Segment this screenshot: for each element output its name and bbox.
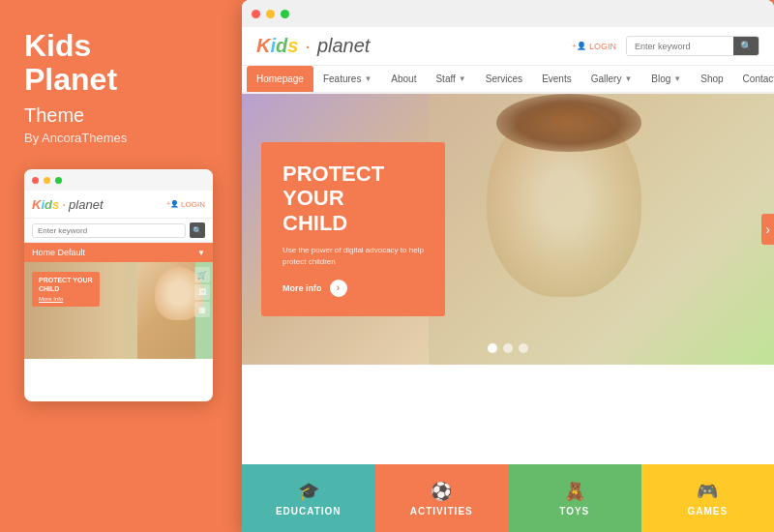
nav-item-staff[interactable]: Staff ▼: [426, 66, 475, 92]
nav-staff-arrow-icon: ▼: [459, 74, 466, 83]
games-icon: 🎮: [697, 481, 718, 502]
mobile-logo-dot: ·: [62, 196, 66, 212]
mobile-search-icon: 🔍: [193, 226, 202, 235]
left-byline: By AncoraThemes: [24, 131, 213, 145]
mobile-search-input[interactable]: [32, 223, 186, 238]
left-subtitle: Theme: [24, 104, 213, 127]
education-label: EDUCATION: [276, 506, 342, 517]
mobile-cart-icon[interactable]: 🛒: [194, 267, 210, 282]
mobile-hero-overlay: PROTECT YOUR CHILD More Info: [32, 272, 100, 307]
hero-hair: [496, 94, 641, 152]
slider-dot-3[interactable]: [519, 343, 528, 353]
nav-item-shop[interactable]: Shop: [691, 66, 732, 92]
slider-dot-1[interactable]: [488, 343, 497, 353]
browser-search-button[interactable]: 🔍: [733, 37, 759, 55]
mobile-layout-icon[interactable]: ▦: [194, 302, 210, 317]
category-card-education[interactable]: 🎓 EDUCATION: [242, 464, 375, 532]
hero-background: PROTECT YOURCHILD Use the power of digit…: [242, 94, 774, 365]
hero-child-photo: [429, 94, 775, 365]
mobile-mockup: Kids · planet +👤 LOGIN 🔍 Home Default ▼: [24, 169, 213, 401]
browser-dot-yellow: [266, 10, 275, 18]
nav-item-gallery[interactable]: Gallery ▼: [581, 66, 642, 92]
browser-top-bar: [242, 0, 774, 27]
category-card-activities[interactable]: ⚽ ACTIVITIES: [375, 464, 509, 532]
mobile-login[interactable]: +👤 LOGIN: [166, 200, 205, 209]
hero-more-info: More info ›: [283, 280, 424, 297]
mobile-logo-bar: Kids · planet +👤 LOGIN: [24, 191, 213, 219]
mobile-sidebar-icons: 🛒 🖼 ▦: [192, 262, 213, 359]
nav-blog-arrow-icon: ▼: [673, 74, 681, 83]
mobile-nav-arrow-icon: ▼: [197, 249, 205, 257]
mobile-logo: Kids · planet: [32, 196, 104, 212]
mobile-dot-red: [32, 177, 39, 184]
mobile-hero: PROTECT YOUR CHILD More Info 🛒 🖼 ▦: [24, 262, 213, 359]
mobile-logo-kids: Kids: [32, 197, 59, 212]
hero-more-info-text[interactable]: More info: [283, 283, 322, 293]
nav-item-about[interactable]: About: [381, 66, 426, 92]
browser-mockup: Kids · planet +👤 LOGIN 🔍 Homepage Featur…: [242, 0, 774, 532]
site-logo-planet: planet: [317, 35, 371, 57]
mobile-nav[interactable]: Home Default ▼: [24, 243, 213, 262]
hero-more-info-dot[interactable]: ›: [330, 280, 347, 297]
hero-more-info-arrow-icon: ›: [337, 282, 340, 293]
mobile-dot-yellow: [44, 177, 50, 184]
browser-nav: Homepage Features ▼ About Staff ▼ Servic…: [242, 66, 774, 94]
header-right: +👤 LOGIN 🔍: [572, 36, 759, 56]
mobile-top-bar: [24, 169, 213, 191]
login-text: LOGIN: [589, 42, 616, 51]
nav-item-homepage[interactable]: Homepage: [247, 66, 313, 92]
toys-icon: 🧸: [564, 481, 585, 502]
browser-dot-green: [281, 10, 289, 18]
hero-description: Use the power of digital advocacy to hel…: [283, 245, 424, 268]
hero-title: PROTECT YOURCHILD: [283, 162, 424, 235]
nav-features-arrow-icon: ▼: [364, 74, 372, 83]
browser-header: Kids · planet +👤 LOGIN 🔍: [242, 27, 774, 66]
education-icon: 🎓: [298, 481, 319, 502]
category-card-toys[interactable]: 🧸 TOYS: [508, 464, 641, 532]
browser-hero: PROTECT YOURCHILD Use the power of digit…: [242, 94, 774, 365]
mobile-dot-green: [55, 177, 62, 184]
nav-gallery-arrow-icon: ▼: [624, 74, 632, 83]
nav-item-events[interactable]: Events: [532, 66, 581, 92]
category-card-games[interactable]: 🎮 GAMES: [641, 464, 775, 532]
hero-overlay-card: PROTECT YOURCHILD Use the power of digit…: [261, 142, 445, 316]
login-user-icon: +👤: [572, 42, 586, 50]
left-panel: KidsPlanet Theme By AncoraThemes Kids · …: [0, 0, 237, 532]
slider-dots: [488, 343, 528, 353]
mobile-hero-title: PROTECT YOUR CHILD: [39, 277, 93, 293]
games-label: GAMES: [687, 506, 728, 517]
mobile-nav-label: Home Default: [32, 248, 85, 257]
activities-label: ACTIVITIES: [410, 506, 473, 517]
browser-dot-red: [252, 10, 260, 18]
activities-icon: ⚽: [431, 481, 452, 502]
mobile-logo-planet: planet: [69, 197, 103, 212]
mobile-image-icon[interactable]: 🖼: [194, 284, 210, 300]
slider-next-arrow[interactable]: ›: [761, 214, 774, 245]
mobile-search-button[interactable]: 🔍: [190, 222, 205, 238]
slider-dot-2[interactable]: [503, 343, 513, 353]
site-logo-separator: ·: [305, 35, 311, 57]
search-box: 🔍: [626, 36, 759, 56]
browser-search-input[interactable]: [627, 38, 733, 55]
toys-label: TOYS: [559, 506, 589, 517]
nav-item-contacts[interactable]: Contacts: [733, 66, 774, 92]
mobile-search-bar: 🔍: [24, 219, 213, 243]
browser-search-icon: 🔍: [740, 41, 752, 51]
nav-item-services[interactable]: Services: [476, 66, 532, 92]
login-link[interactable]: +👤 LOGIN: [572, 42, 616, 51]
site-logo: Kids · planet: [256, 35, 370, 57]
nav-item-blog[interactable]: Blog ▼: [641, 66, 691, 92]
site-logo-kids: Kids: [256, 35, 298, 57]
mobile-more-info-link[interactable]: More Info: [39, 296, 93, 302]
left-title: KidsPlanet: [24, 29, 213, 97]
category-cards: 🎓 EDUCATION ⚽ ACTIVITIES 🧸 TOYS 🎮 GAMES: [242, 464, 774, 532]
nav-item-features[interactable]: Features ▼: [313, 66, 381, 92]
